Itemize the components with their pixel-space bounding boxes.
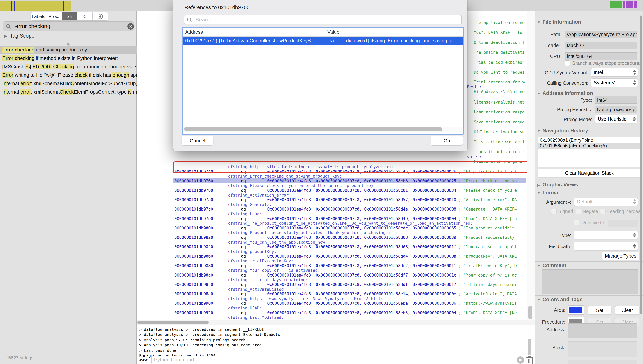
branch-stops-checkbox[interactable] <box>565 60 570 66</box>
table-horizontal-scroll-thumb[interactable] <box>184 127 443 131</box>
dialog-search-field[interactable]: Search <box>184 15 462 24</box>
string-result-row[interactable]: Error checking and saving product key <box>0 46 137 54</box>
calling-convention-select[interactable]: System V <box>591 78 638 87</box>
string-result-row[interactable]: Error writing to file '%@'. Please check… <box>0 71 137 79</box>
format-type-select[interactable] <box>574 231 638 239</box>
listing-label-line[interactable]: cfstring_Generate: <box>137 202 535 207</box>
argument-label: Argument -: <box>535 200 571 205</box>
tab-star-icon[interactable]: ☆ <box>77 12 93 20</box>
listing-label-line[interactable]: cfstring_trialExtensionKey: <box>137 259 535 264</box>
splitter-handle[interactable] <box>67 43 70 46</box>
listing-horizontal-scroll-thumb[interactable] <box>137 321 209 324</box>
listing-dq-line[interactable]: 0000000101db9920dq0x0000000101ea4fc8, 0x… <box>137 310 535 316</box>
listing-vertical-scrollbar[interactable] <box>527 12 535 320</box>
tab-proc[interactable]: Proc. <box>46 12 62 20</box>
inspector-scroll-thumb[interactable] <box>640 15 642 314</box>
listing-label-line[interactable]: cfstring_HEAD: <box>137 306 535 310</box>
sidebar-search-field[interactable]: error checking <box>3 22 134 31</box>
argument-select[interactable]: Default <box>574 198 638 206</box>
python-command-input[interactable]: Python Command <box>151 356 516 363</box>
listing-dq-line[interactable]: 0000000101db9820dq0x0000000101ea4fc8, 0x… <box>137 235 535 240</box>
listing-label-line[interactable]: cfstring_Last_Modified: <box>137 315 535 320</box>
listing-label-line[interactable]: cfstring_Please_check_if_you_entered_the… <box>137 183 535 188</box>
string-result-row[interactable]: Error checking if method exists in Pytho… <box>0 54 137 62</box>
disclosure-triangle-icon[interactable]: ▼ <box>537 92 541 96</box>
reference-row[interactable]: 0x100291a77 (-[TurboActivateController s… <box>183 36 463 45</box>
trash-icon[interactable] <box>526 355 534 364</box>
console-prompt: >>> <box>139 357 147 362</box>
clear-search-icon[interactable] <box>127 23 134 30</box>
go-button[interactable]: Go <box>431 136 463 146</box>
value-column-header[interactable]: Value <box>327 29 339 35</box>
references-table[interactable]: Address Value 0x100291a77 (-[TurboActiva… <box>182 27 464 135</box>
listing-label-line[interactable]: cfstring_Product_successfully_activated_… <box>137 230 535 235</box>
console-log-line: > dataflow analysis of procedures in seg… <box>139 327 266 332</box>
tab-str[interactable]: Str <box>62 12 77 20</box>
listing-vertical-scroll-thumb[interactable] <box>528 306 532 319</box>
listing-label-line[interactable]: cfstring_You_can_use_the_application_now… <box>137 240 535 245</box>
listing-label-line[interactable]: cfstring_ActivateDialog: <box>137 287 535 292</box>
disclosure-triangle-icon[interactable]: ▼ <box>537 191 541 195</box>
listing-dq-line[interactable]: 0000000101db9760dq0x0000000101ea4fc8, 0x… <box>137 179 535 184</box>
listing-dq-line[interactable]: 0000000101db97e0dq0x0000000101ea4fc8, 0x… <box>137 216 535 221</box>
calling-convention-label: Calling Convention: <box>535 80 588 86</box>
comment-textarea[interactable] <box>542 270 638 294</box>
listing-label-line[interactable]: cfstring_Load: <box>137 212 535 216</box>
relative-to-checkbox[interactable] <box>574 220 579 226</box>
disclosure-triangle-icon[interactable]: ▼ <box>537 129 541 133</box>
listing-dq-line[interactable]: 0000000101db9880dq0x0000000101ea4fc8, 0x… <box>137 264 535 268</box>
disclosure-triangle-icon[interactable]: ▶ <box>4 34 7 38</box>
listing-dq-line[interactable]: 0000000101db9800dq0x0000000101ea4fc8, 0x… <box>137 226 535 230</box>
listing-dq-line[interactable]: 0000000101db98a0dq0x0000000101ea4fc8, 0x… <box>137 273 535 278</box>
disclosure-triangle-icon[interactable]: ▼ <box>537 298 541 302</box>
listing-dq-line[interactable]: 0000000101db9840dq0x0000000101ea4fc8, 0x… <box>137 244 535 249</box>
listing-string-fragment: "The application is no <box>471 20 525 25</box>
clear-console-icon[interactable] <box>517 356 524 364</box>
listing-label-line[interactable]: cfstring_https___www_synalysis_net_News_… <box>137 296 535 301</box>
console-log-line: > Last pass done <box>139 348 176 353</box>
listing-dq-line[interactable]: 0000000101db9860dq0x0000000101ea4fc8, 0x… <box>137 254 535 259</box>
signed-checkbox[interactable] <box>551 208 557 214</box>
listing-label-line[interactable]: cfstring_Activation_error: <box>137 193 535 198</box>
area-color-swatch[interactable] <box>568 306 584 314</box>
listing-dq-line[interactable]: 0000000101db9900dq0x0000000101ea4fc8, 0x… <box>137 301 535 306</box>
disclosure-triangle-icon[interactable]: ▶ <box>537 183 540 187</box>
listing-label-line[interactable]: cfstring__d_trial_days_remaining: <box>137 278 535 282</box>
tab-labels[interactable]: Labels <box>31 12 46 20</box>
prolog-mode-select[interactable]: Use Heuristic <box>595 115 637 123</box>
cancel-button[interactable]: Cancel <box>182 136 213 146</box>
string-result-row[interactable]: Internal error: xmlSchemaCheckElemPropsC… <box>0 88 137 96</box>
manage-types-button[interactable]: Manage Types <box>602 252 639 260</box>
leading-zeroes-checkbox[interactable] <box>600 208 606 214</box>
negate-checkbox[interactable] <box>576 208 581 214</box>
listing-dq-line[interactable]: 0000000101db98e0dq0x0000000101ea4fc8, 0x… <box>137 292 535 296</box>
area-clear-button[interactable]: Clear <box>615 306 639 314</box>
clear-navigation-stack-button[interactable]: Clear Navigation Stack <box>538 169 641 177</box>
listing-label-line[interactable]: cfstring_Your_copy_of____is_activated: <box>137 268 535 273</box>
tag-scope-row[interactable]: ▶ Tag Scope <box>0 33 137 40</box>
cpu-syntax-label: CPU Syntax Variant: <box>535 70 588 76</box>
listing-label-line[interactable]: cfstring_The_product_couldn_t_be_activat… <box>137 221 535 226</box>
disclosure-triangle-icon[interactable]: ▼ <box>537 20 541 24</box>
cpu-label: CPU: <box>535 54 562 59</box>
table-header[interactable]: Address Value <box>183 28 463 36</box>
console-scroll-thumb[interactable] <box>528 339 531 355</box>
reference-value: lea rdx, qword [cfstring_Error_checking_… <box>327 38 452 44</box>
navigation-history-item[interactable]: 0x1002938a1 (EntryPoint) <box>538 137 640 143</box>
listing-dq-line[interactable]: 0000000101db97a0dq0x0000000101ea4fc8, 0x… <box>137 198 535 202</box>
navigation-history-item[interactable]: 0x101d58cb6 (aErrorCheckingA) <box>538 143 640 149</box>
listing-dq-line[interactable]: 0000000101db97c0dq0x0000000101ea4fc8, 0x… <box>137 207 535 212</box>
address-column-header[interactable]: Address <box>185 29 203 35</box>
listing-label-line[interactable]: cfstring_Error_checking_and_saving_produ… <box>137 174 535 179</box>
string-result-row[interactable]: Internal error: xmlSchemaBuildContentMod… <box>0 79 137 88</box>
cpu-syntax-select[interactable]: Intel <box>591 68 638 76</box>
field-path-select[interactable] <box>574 242 638 250</box>
procedure-color-label: Procedure: <box>535 319 565 325</box>
listing-dq-line[interactable]: 0000000101db98c0dq0x0000000101ea4fc8, 0x… <box>137 282 535 287</box>
disclosure-triangle-icon[interactable]: ▼ <box>537 264 541 268</box>
listing-dq-line[interactable]: 0000000101db9780dq0x0000000101ea4fc8, 0x… <box>137 188 535 193</box>
tab-fisheye-icon[interactable] <box>93 12 108 20</box>
string-result-row[interactable]: [MSCrashes] ERROR: Checking for a runnin… <box>0 62 137 71</box>
listing-label-line[interactable]: cfstring_productKey: <box>137 249 535 254</box>
area-set-button[interactable]: Set <box>588 306 611 314</box>
